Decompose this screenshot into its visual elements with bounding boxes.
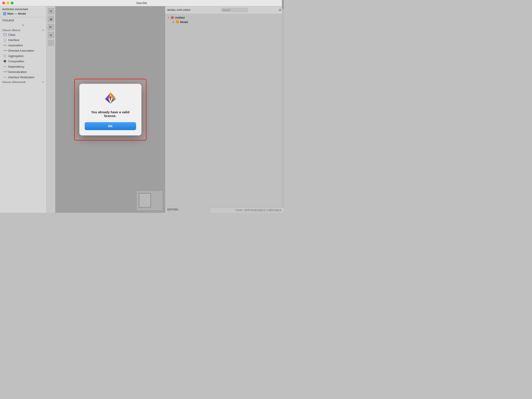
dependency-icon [3,65,7,68]
bottom-bar: CSDN • 程序员在线充值8元1.0/册非包租乐 [211,208,284,213]
model-tree: ▼ Untitled ▶ Model [165,14,284,206]
cursor-tool-item[interactable]: ↖ [0,23,46,28]
tree-label-untitled: Untitled [175,16,185,19]
more-indicator: — [0,84,46,88]
model-explorer-header: MODEL EXPLORER ⚙ [165,6,284,14]
toolbox-item-directed-association-label: Directed Association [8,49,34,52]
share-button[interactable]: ⋯ [48,40,54,46]
interface-realization-icon-shape [3,77,7,77]
folder-icon-shape [176,21,179,23]
interface-icon [3,38,7,42]
toolbox-header: TOOLBOX [0,17,46,23]
maximize-button[interactable] [11,1,13,4]
category-advanced-arrow: ▼ [42,81,44,83]
app-layout: WORKING DIAGRAMS Main — Model TOOLBOX ↖ … [0,6,284,213]
aggregation-icon-shape [3,54,6,57]
toolbox-item-dependency[interactable]: Dependency [0,64,46,69]
diagram-icon-inner [4,13,6,15]
class-icon [3,33,7,36]
dialog-message: You already have a valid license. [85,110,136,118]
working-diagrams-label: WORKING DIAGRAMS [2,8,44,11]
interface-realization-icon [3,75,7,79]
editors-label: EDITORS [167,208,178,211]
toolbox-item-interface-realization[interactable]: Interface Realization [0,75,46,80]
directed-association-icon [3,49,7,52]
right-panel: MODEL EXPLORER ⚙ ▼ Untitled ▶ Model [165,6,284,213]
category-classes-basic[interactable]: Classes (Basic) ▼ [0,28,46,32]
center-area: ⊞ ▦ M↓ ⊕ ⋯ [47,6,165,213]
model-explorer-title: MODEL EXPLORER [167,9,190,11]
grid-button[interactable]: ▦ [48,16,54,22]
main-diagram-item[interactable]: Main — Model [2,12,44,16]
category-advanced-label: Classes (Advanced) [2,81,25,83]
toolbox-item-association-label: Association [8,44,23,47]
move-button[interactable]: ⊕ [48,32,54,38]
minimize-button[interactable] [6,1,9,4]
dialog-highlight: You already have a valid license. OK [74,79,146,140]
dialog-ok-button[interactable]: OK [85,122,136,130]
puzzle-button[interactable]: ⊞ [48,8,54,14]
model-search-input[interactable] [221,8,248,12]
star-segment-red [109,97,112,101]
dialog-box: You already have a valid license. OK [79,84,141,135]
toolbox-item-interface-label: Interface [8,38,19,42]
toolbox-item-class-label: Class [8,33,16,36]
model-folder-icon [176,20,179,24]
tree-arrow-model: ▶ [173,21,175,23]
generalization-icon-shape [3,72,7,72]
bottom-bar-text: CSDN • 程序员在线充值8元1.0/册非包租乐 [235,209,282,211]
left-sidebar-scrollbar[interactable] [282,0,284,213]
dialog-overlay: You already have a valid license. OK [55,6,165,213]
toolbox-item-composition-label: Composition [8,60,24,63]
project-icon-shape [171,16,174,19]
toolbox-item-generalization[interactable]: Generalization [0,69,46,75]
toolbox-item-dependency-label: Dependency [8,65,24,68]
composition-icon-shape [3,60,6,63]
right-toolbar: ⊞ ▦ M↓ ⊕ ⋯ [47,6,55,213]
left-sidebar-scroll-thumb[interactable] [282,0,284,9]
model-explorer-gear-icon[interactable]: ⚙ [279,8,282,12]
working-diagrams-panel: WORKING DIAGRAMS Main — Model [0,6,46,17]
toolbox-label: TOOLBOX [2,19,14,22]
left-sidebar: WORKING DIAGRAMS Main — Model TOOLBOX ↖ … [0,6,47,213]
star-segment-dark-gray [110,99,116,103]
untitled-project-icon [171,16,174,19]
toolbox-section: TOOLBOX ↖ Classes (Basic) ▼ Class [0,17,46,213]
association-icon [3,44,7,47]
directed-association-icon-shape [3,50,7,51]
toolbox-item-composition[interactable]: Composition [0,58,46,64]
toolbox-item-interface[interactable]: Interface [0,37,46,43]
dialog-logo [103,90,118,107]
category-basic-arrow: ▼ [42,29,44,32]
interface-icon-shape [4,38,6,41]
cursor-icon: ↖ [22,24,25,27]
tree-item-model[interactable]: ▶ Model [167,20,282,24]
toolbox-item-aggregation-label: Aggregation [8,54,24,58]
tree-item-untitled[interactable]: ▼ Untitled [167,15,282,20]
toolbox-item-interface-realization-label: Interface Realization [8,76,35,79]
toolbox-item-aggregation[interactable]: Aggregation [0,53,46,58]
diagram-icon [3,12,6,15]
markdown-button[interactable]: M↓ [48,24,54,30]
window-controls [2,1,13,4]
star-segment-dark-purple [105,99,110,103]
association-icon-shape [3,45,7,45]
toolbox-item-directed-association[interactable]: Directed Association [0,48,46,53]
tree-arrow-untitled: ▼ [167,16,170,19]
app-title: StarUML [136,1,147,5]
main-diagram-label: Main — Model [7,12,26,15]
tree-label-model: Model [180,20,188,24]
dependency-icon-shape [3,66,7,67]
category-basic-label: Classes (Basic) [2,29,20,32]
toolbox-item-class[interactable]: Class [0,32,46,37]
close-button[interactable] [2,1,5,4]
titlebar: StarUML [0,0,284,6]
category-classes-advanced[interactable]: Classes (Advanced) ▼ [0,80,46,84]
aggregation-icon [3,54,7,58]
generalization-icon [3,70,7,74]
toolbox-item-association[interactable]: Association [0,43,46,48]
class-icon-shape [3,33,7,36]
toolbox-item-generalization-label: Generalization [8,70,27,74]
canvas-area[interactable]: You already have a valid license. OK [55,6,165,213]
staruml-logo-svg [103,90,118,106]
